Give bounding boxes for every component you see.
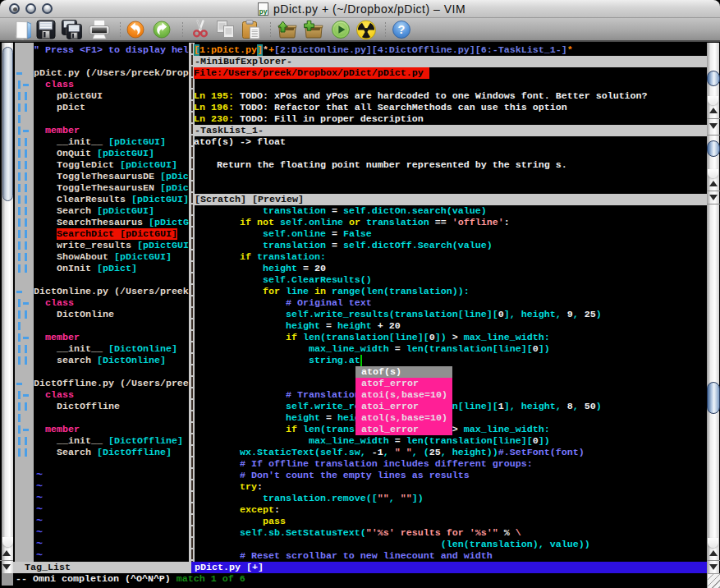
svg-text:?: ? bbox=[398, 23, 406, 36]
